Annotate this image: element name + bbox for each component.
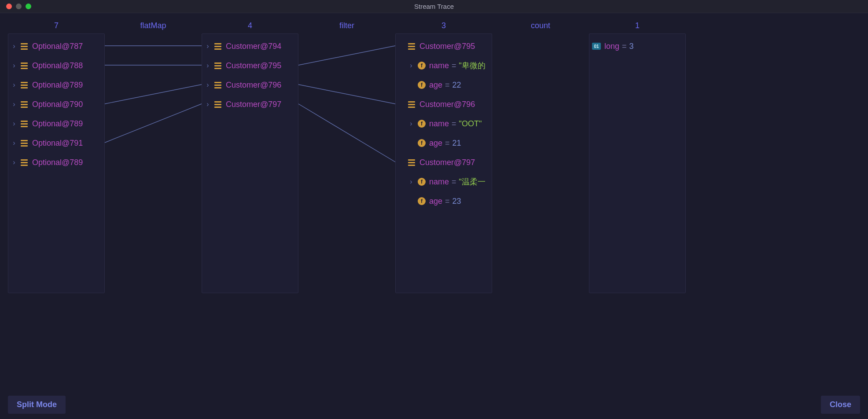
equals-sign: = (452, 61, 456, 70)
close-window-icon[interactable] (6, 4, 12, 9)
field-row[interactable]: › f name = "温柔一 (396, 172, 492, 191)
field-icon: f (418, 197, 426, 205)
chevron-right-icon[interactable]: › (11, 158, 17, 166)
tree-row[interactable]: › Optional@789 (8, 153, 104, 172)
chevron-right-icon[interactable]: › (11, 81, 17, 89)
window-title: Stream Trace (414, 3, 454, 10)
object-label: Optional@789 (32, 119, 83, 129)
field-row[interactable]: › f age = 21 (396, 133, 492, 153)
primitive-icon: 01 (592, 43, 601, 50)
object-label: Customer@797 (226, 100, 281, 109)
equals-sign: = (445, 197, 450, 206)
object-label: Optional@791 (32, 139, 83, 148)
field-row[interactable]: › f name = "卑微的 (396, 56, 492, 75)
field-row[interactable]: › f name = "OOT" (396, 114, 492, 133)
tree-row[interactable]: › Optional@789 (8, 114, 104, 133)
close-button[interactable]: Close (821, 396, 860, 414)
column-header-op-count: count (492, 21, 589, 30)
object-icon (21, 121, 28, 127)
object-label: Customer@794 (226, 42, 281, 51)
object-icon (21, 101, 28, 108)
chevron-right-icon[interactable]: › (11, 120, 17, 128)
svg-line-4 (298, 46, 395, 65)
field-value: "温柔一 (459, 176, 485, 187)
tree-row[interactable]: › Customer@797 (202, 95, 298, 114)
chevron-right-icon[interactable]: › (408, 178, 414, 186)
source-panel[interactable]: › Optional@787 › Optional@788 › Optional… (8, 33, 105, 293)
split-mode-button[interactable]: Split Mode (8, 396, 66, 414)
chevron-right-icon[interactable]: › (11, 42, 17, 50)
object-label: Optional@789 (32, 158, 83, 167)
field-row[interactable]: › f age = 22 (396, 75, 492, 95)
chevron-right-icon[interactable]: › (11, 62, 17, 70)
tree-row[interactable]: 01 long = 3 (589, 37, 685, 56)
object-label: Customer@795 (419, 42, 475, 51)
chevron-right-icon[interactable]: › (11, 139, 17, 147)
tree-row[interactable]: › Optional@787 (8, 37, 104, 56)
svg-line-5 (298, 85, 395, 104)
trace-content: 7 flatMap 4 filter 3 count 1 › Optional@… (0, 13, 868, 390)
object-icon (21, 82, 28, 88)
tree-row[interactable]: › Customer@796 (396, 95, 492, 114)
tree-row[interactable]: › Customer@795 (396, 37, 492, 56)
chevron-right-icon[interactable]: › (408, 120, 414, 128)
column-header-count-6: 1 (589, 21, 686, 30)
field-icon: f (418, 178, 426, 186)
object-icon (21, 140, 28, 147)
field-row[interactable]: › f age = 23 (396, 191, 492, 211)
column-header-op-flatmap: flatMap (105, 21, 202, 30)
column-headers: 7 flatMap 4 filter 3 count 1 (8, 18, 860, 33)
equals-sign: = (445, 139, 450, 148)
tree-row[interactable]: › Optional@788 (8, 56, 104, 75)
flatmap-links-panel (105, 33, 202, 293)
tree-row[interactable]: › Optional@791 (8, 133, 104, 153)
field-name: age (429, 139, 442, 148)
object-icon (408, 101, 415, 108)
tree-row[interactable]: › Customer@796 (202, 75, 298, 95)
field-name: name (429, 177, 449, 187)
chevron-right-icon[interactable]: › (408, 62, 414, 70)
object-icon (408, 43, 415, 50)
chevron-right-icon[interactable]: › (205, 42, 211, 50)
svg-line-6 (298, 104, 395, 162)
after-flatmap-panel[interactable]: › Customer@794 › Customer@795 › Customer… (202, 33, 298, 293)
tree-row[interactable]: › Customer@795 (202, 56, 298, 75)
equals-sign: = (452, 119, 456, 129)
chevron-right-icon[interactable]: › (205, 62, 211, 70)
field-value: 22 (452, 81, 461, 90)
object-icon (408, 159, 415, 166)
svg-line-3 (105, 104, 202, 143)
field-value: 21 (452, 139, 461, 148)
tree-row[interactable]: › Customer@794 (202, 37, 298, 56)
after-filter-panel[interactable]: › Customer@795 › f name = "卑微的 › f age =… (395, 33, 492, 293)
tree-row[interactable]: › Optional@789 (8, 75, 104, 95)
object-icon (214, 43, 221, 50)
chevron-right-icon[interactable]: › (205, 81, 211, 89)
field-name: age (429, 81, 442, 90)
tree-row[interactable]: › Optional@790 (8, 95, 104, 114)
chevron-right-icon[interactable]: › (205, 100, 211, 108)
object-icon (214, 62, 221, 69)
object-icon (21, 43, 28, 50)
field-icon: f (418, 81, 426, 89)
minimize-window-icon[interactable] (16, 4, 22, 9)
primitive-value: 3 (629, 42, 634, 51)
zoom-window-icon[interactable] (26, 4, 31, 9)
column-header-count-0: 7 (8, 21, 105, 30)
object-label: Customer@796 (226, 81, 281, 90)
field-value: "OOT" (459, 119, 482, 129)
field-value: "卑微的 (459, 60, 485, 71)
filter-links-panel (298, 33, 395, 293)
object-icon (21, 62, 28, 69)
tree-row[interactable]: › Customer@797 (396, 153, 492, 172)
column-header-op-filter: filter (298, 21, 395, 30)
object-icon (21, 159, 28, 166)
count-links-panel (492, 33, 589, 293)
field-value: 23 (452, 197, 461, 206)
flow-lines-icon (298, 33, 395, 293)
chevron-right-icon[interactable]: › (11, 100, 17, 108)
object-label: Optional@789 (32, 81, 83, 90)
equals-sign: = (622, 42, 627, 51)
object-label: Customer@796 (419, 100, 475, 109)
result-panel[interactable]: 01 long = 3 (589, 33, 686, 293)
